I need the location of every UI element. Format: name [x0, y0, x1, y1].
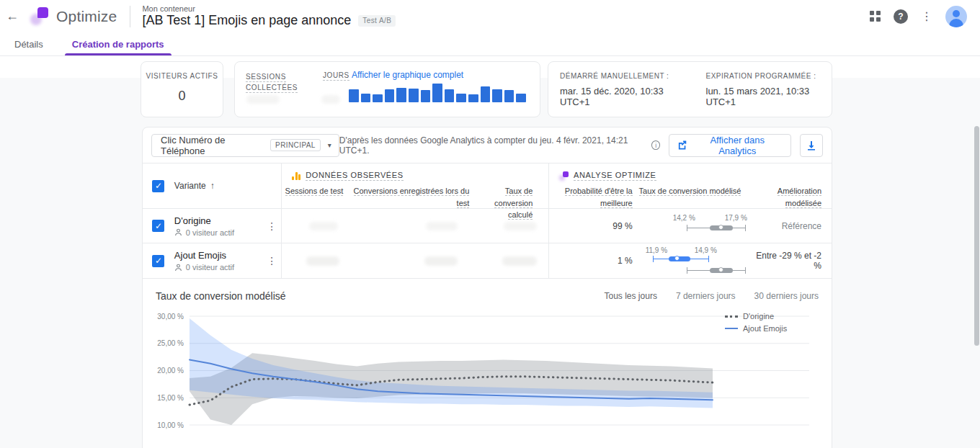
app-header: ← Optimize Mon conteneur [AB Test 1] Emo…	[0, 0, 980, 32]
apps-grid-icon[interactable]	[870, 11, 881, 22]
boxplot-reference	[687, 225, 746, 231]
objective-principal-chip: PRINCIPAL	[270, 139, 321, 151]
started-label: DÉMARRÉ MANUELLEMENT :	[560, 72, 674, 80]
card-schedule: DÉMARRÉ MANUELLEMENT : mar. 15 déc. 2020…	[548, 61, 832, 117]
redacted-value	[424, 256, 458, 266]
started-value: mar. 15 déc. 2020, 10:33 UTC+1	[560, 86, 674, 107]
observed-group-label: DONNÉES OBSERVÉES	[306, 171, 403, 181]
row-checkbox[interactable]: ✓	[152, 255, 164, 267]
probability-value: 99 %	[549, 209, 633, 243]
card-sessions-days: SESSIONS COLLECTÉES JOURS Afficher le gr…	[234, 61, 540, 117]
sessions-label: SESSIONS COLLECTÉES	[246, 71, 303, 93]
legend-label: D'origine	[743, 312, 774, 321]
observed-data-group: DONNÉES OBSERVÉES Sessions de test Conve…	[281, 163, 548, 208]
table-row: ✓ D'origine 0 visiteur actif ⋮ 99 %	[143, 208, 832, 243]
row-menu-icon[interactable]: ⋮	[262, 220, 281, 232]
observed-cells	[281, 243, 548, 278]
col-modeled-rate-header[interactable]: Taux de conversion modélisé	[633, 185, 748, 209]
tab-details[interactable]: Détails	[13, 32, 45, 55]
redacted-value	[309, 222, 338, 230]
filter-all-days[interactable]: Tous les jours	[605, 291, 657, 301]
product-name: Optimize	[56, 8, 117, 25]
page-title: [AB Test 1] Emojis en page annonce	[142, 13, 351, 28]
variant-name: D'origine	[174, 215, 259, 226]
show-full-graph-link[interactable]: Afficher le graphique complet	[352, 70, 463, 80]
conversion-chart-area: 30,00 %25,00 %20,00 %15,00 %10,00 % D'or…	[143, 305, 832, 441]
open-in-analytics-button[interactable]: Afficher dans Analytics	[669, 134, 790, 157]
redacted-value	[426, 222, 458, 230]
col-probability-header[interactable]: Probabilité d'être la meilleure	[549, 185, 633, 209]
data-source-caption: D'après les données Google Analytics à c…	[339, 135, 643, 156]
optimize-logo-wrap[interactable]: Optimize	[24, 7, 128, 26]
vertical-scrollbar[interactable]	[974, 126, 979, 346]
analysis-group-label: ANALYSE OPTIMIZE	[574, 171, 656, 181]
probability-value: 1 %	[549, 243, 633, 278]
download-button[interactable]	[800, 134, 823, 157]
tab-bar: Détails Création de rapports	[0, 32, 980, 56]
interval-high-label: 17,9 %	[725, 214, 747, 222]
boxplot-variant	[653, 256, 709, 262]
objective-name: Clic Numéro de Téléphone	[161, 135, 263, 156]
improvement-value: Référence	[747, 209, 832, 243]
svg-text:30,00 %: 30,00 %	[157, 313, 184, 321]
interval-high-label: 14,9 %	[695, 246, 717, 254]
redacted-sessions-value	[246, 95, 280, 104]
chevron-down-icon: ▾	[328, 141, 331, 149]
svg-text:20,00 %: 20,00 %	[157, 367, 184, 375]
optimize-mini-logo-icon	[559, 171, 569, 181]
days-label: JOURS	[323, 71, 349, 79]
svg-text:15,00 %: 15,00 %	[157, 394, 184, 402]
variant-active-visitors: 0 visiteur actif	[186, 228, 234, 237]
expiry-value: lun. 15 mars 2021, 10:33 UTC+1	[706, 86, 821, 107]
optimize-analysis-group: ANALYSE OPTIMIZE Probabilité d'être la m…	[548, 163, 832, 208]
expiry-label: EXPIRATION PROGRAMMÉE :	[706, 72, 821, 80]
boxplot-reference-ghost	[687, 267, 746, 274]
person-icon	[174, 228, 182, 236]
active-visitors-value: 0	[141, 89, 223, 104]
redacted-value	[504, 222, 537, 230]
objective-selector[interactable]: Clic Numéro de Téléphone PRINCIPAL ▾	[151, 134, 339, 157]
optimize-logo-icon	[30, 7, 49, 26]
tab-reporting[interactable]: Création de rapports	[71, 32, 166, 55]
filter-last-30-days[interactable]: 30 derniers jours	[754, 291, 819, 301]
started-block: DÉMARRÉ MANUELLEMENT : mar. 15 déc. 2020…	[560, 72, 674, 107]
variant-column-header[interactable]: Variante ↑	[174, 163, 281, 208]
avatar[interactable]	[945, 6, 967, 27]
help-icon[interactable]: ?	[894, 9, 908, 24]
info-icon[interactable]: i	[651, 140, 660, 150]
filter-last-7-days[interactable]: 7 derniers jours	[676, 291, 736, 301]
select-all-checkbox[interactable]: ✓	[152, 180, 164, 192]
redacted-value	[502, 256, 537, 266]
title-block: Mon conteneur [AB Test 1] Emojis en page…	[142, 4, 396, 28]
download-icon	[806, 140, 816, 151]
analysis-cells: 99 % 14,2 % 17,9 % Référence	[548, 209, 832, 243]
person-icon	[174, 264, 182, 272]
table-header-row: ✓ Variante ↑ DONNÉES OBSERVÉES Sessions …	[143, 163, 832, 208]
header-divider	[130, 6, 130, 27]
row-menu-icon[interactable]: ⋮	[262, 255, 281, 266]
table-row: ✓ Ajout Emojis 0 visiteur actif ⋮ 1	[143, 243, 832, 278]
more-vertical-icon[interactable]: ⋮	[921, 11, 932, 22]
chart-title: Taux de conversion modélisé	[156, 290, 286, 302]
legend-label: Ajout Emojis	[743, 324, 787, 333]
bar-chart-icon	[292, 172, 300, 180]
sort-ascending-icon: ↑	[210, 181, 215, 191]
report-toolbar: Clic Numéro de Téléphone PRINCIPAL ▾ D'a…	[143, 127, 832, 163]
modeled-rate-boxplot: 14,2 % 17,9 %	[633, 209, 748, 243]
svg-text:10,00 %: 10,00 %	[157, 421, 184, 429]
redacted-value	[306, 256, 339, 266]
chart-legend: D'origine Ajout Emojis	[725, 312, 787, 333]
expiry-block: EXPIRATION PROGRAMMÉE : lun. 15 mars 202…	[706, 72, 821, 107]
back-icon: ←	[6, 9, 19, 24]
card-active-visitors: VISITEURS ACTIFS 0	[141, 61, 223, 117]
modeled-rate-boxplot: 11,9 % 14,9 %	[633, 243, 748, 278]
redacted-days-value	[321, 95, 340, 104]
content-area: VISITEURS ACTIFS 0 SESSIONS COLLECTÉES J…	[0, 56, 980, 448]
legend-dotted-swatch	[725, 315, 738, 318]
variant-active-visitors: 0 visiteur actif	[186, 263, 234, 272]
interval-low-label: 14,2 %	[673, 214, 695, 222]
improvement-value: Entre -29 % et -2 %	[747, 243, 832, 278]
col-improvement-header[interactable]: Amélioration modélisée	[747, 185, 832, 209]
row-checkbox[interactable]: ✓	[152, 220, 164, 232]
back-button[interactable]: ←	[0, 0, 24, 32]
